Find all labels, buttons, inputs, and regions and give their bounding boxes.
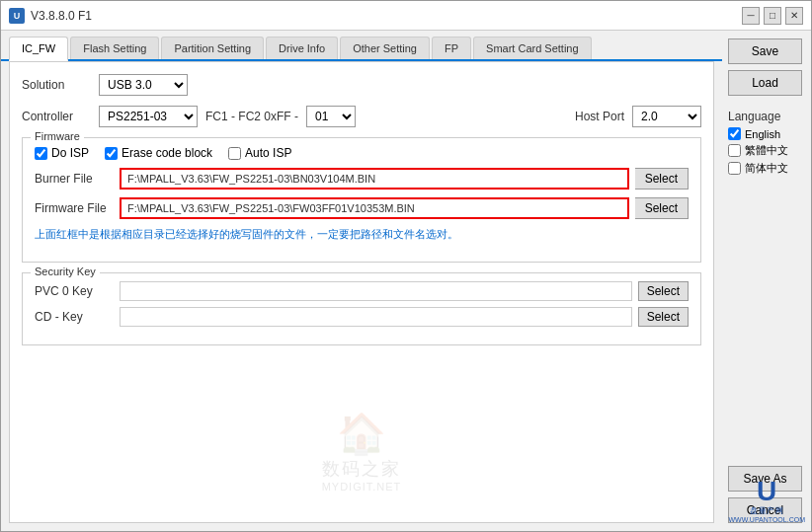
app-icon: U [9, 8, 25, 24]
left-panel: IC_FW Flash Setting Partition Setting Dr… [1, 31, 722, 531]
bottom-logo: U 盘量产网 WWW.UPANTOOL.COM [728, 478, 805, 523]
firmware-file-row: Firmware File Select [35, 197, 689, 219]
title-bar: U V3.8.8.0 F1 ─ □ ✕ [1, 1, 811, 31]
watermark-line1: 数码之家 [322, 457, 402, 481]
controller-label: Controller [22, 110, 91, 123]
maximize-button[interactable]: □ [764, 7, 781, 25]
fc-label: FC1 - FC2 0xFF - [205, 110, 298, 123]
do-isp-label: Do ISP [51, 146, 89, 160]
fc-select[interactable]: 01 [306, 106, 356, 127]
pvc-key-input[interactable] [120, 281, 632, 301]
firmware-file-label: Firmware File [35, 201, 114, 215]
language-label: Language [728, 110, 805, 123]
tab-bar: IC_FW Flash Setting Partition Setting Dr… [1, 31, 722, 61]
save-button[interactable]: Save [728, 38, 802, 64]
watermark-line2: MYDIGIT.NET [322, 481, 402, 493]
burner-file-row: Burner File Select [35, 168, 689, 190]
tab-partition-setting[interactable]: Partition Setting [161, 37, 264, 59]
pvc-key-label: PVC 0 Key [35, 284, 114, 298]
controller-select[interactable]: PS2251-03 [99, 106, 198, 127]
firmware-select-button[interactable]: Select [635, 197, 689, 219]
tab-smart-card[interactable]: Smart Card Setting [473, 37, 592, 59]
cd-key-input[interactable] [120, 307, 632, 327]
title-bar-left: U V3.8.8.0 F1 [9, 8, 92, 24]
firmware-file-input[interactable] [122, 199, 627, 217]
simplified-chinese-checkbox[interactable] [728, 162, 741, 175]
tab-ic-fw[interactable]: IC_FW [9, 37, 68, 61]
window-title: V3.8.8.0 F1 [31, 9, 92, 23]
english-option: English [728, 127, 805, 140]
english-label: English [745, 128, 780, 140]
burner-select-button[interactable]: Select [635, 168, 689, 190]
do-isp-checkbox-item: Do ISP [35, 146, 89, 160]
host-port-label: Host Port [575, 110, 624, 123]
tab-drive-info[interactable]: Drive Info [266, 37, 338, 59]
firmware-checkbox-row: Do ISP Erase code block Auto ISP [35, 146, 689, 160]
cd-key-row: CD - Key Select [35, 307, 689, 327]
burner-file-wrapper [120, 168, 629, 190]
erase-code-label: Erase code block [122, 146, 212, 160]
security-section: Security Key PVC 0 Key Select CD - Key S… [22, 272, 701, 345]
security-section-title: Security Key [31, 266, 100, 277]
solution-select[interactable]: USB 3.0 [99, 74, 188, 96]
load-button[interactable]: Load [728, 70, 802, 96]
logo-sub: 盘量产网 [728, 505, 805, 516]
watermark-icon: 🏠 [322, 411, 402, 457]
tab-flash-setting[interactable]: Flash Setting [70, 37, 159, 59]
logo-letter: U [728, 478, 805, 505]
firmware-section: Firmware Do ISP Erase code block Auto [22, 137, 701, 263]
controller-row: Controller PS2251-03 FC1 - FC2 0xFF - 01… [22, 106, 701, 127]
solution-label: Solution [22, 78, 91, 92]
title-controls: ─ □ ✕ [742, 7, 803, 25]
auto-isp-label: Auto ISP [245, 146, 291, 160]
minimize-button[interactable]: ─ [742, 7, 760, 25]
firmware-file-wrapper [120, 197, 629, 219]
language-section: Language English 繁體中文 简体中文 [728, 110, 805, 179]
erase-code-checkbox-item: Erase code block [105, 146, 212, 160]
cd-select-button[interactable]: Select [638, 307, 689, 327]
english-checkbox[interactable] [728, 127, 741, 140]
close-button[interactable]: ✕ [785, 7, 803, 25]
do-isp-checkbox[interactable] [35, 147, 47, 160]
panel-content: Solution USB 3.0 Controller PS2251-03 FC… [9, 61, 714, 523]
firmware-section-title: Firmware [31, 130, 84, 142]
pvc-key-row: PVC 0 Key Select [35, 281, 689, 301]
erase-code-checkbox[interactable] [105, 147, 118, 160]
traditional-chinese-checkbox[interactable] [728, 144, 741, 157]
cd-key-label: CD - Key [35, 310, 114, 324]
solution-row: Solution USB 3.0 [22, 74, 701, 96]
info-text: 上面红框中是根据相应目录已经选择好的烧写固件的文件，一定要把路径和文件名选对。 [35, 227, 689, 242]
watermark: 🏠 数码之家 MYDIGIT.NET [322, 411, 402, 493]
pvc-select-button[interactable]: Select [638, 281, 689, 301]
simplified-chinese-label: 简体中文 [745, 161, 788, 176]
host-port-select[interactable]: 2.0 [632, 106, 701, 127]
auto-isp-checkbox[interactable] [228, 147, 241, 160]
right-panel: Save Load Language English 繁體中文 简体中文 Sa [722, 31, 811, 531]
main-window: U V3.8.8.0 F1 ─ □ ✕ IC_FW Flash Setting … [0, 0, 812, 532]
traditional-chinese-option: 繁體中文 [728, 143, 805, 158]
burner-file-label: Burner File [35, 172, 114, 186]
tab-other-setting[interactable]: Other Setting [340, 37, 430, 59]
logo-url: WWW.UPANTOOL.COM [728, 516, 805, 523]
burner-file-input[interactable] [122, 170, 627, 188]
tab-fp[interactable]: FP [432, 37, 471, 59]
simplified-chinese-option: 简体中文 [728, 161, 805, 176]
main-content: IC_FW Flash Setting Partition Setting Dr… [1, 31, 811, 531]
traditional-chinese-label: 繁體中文 [745, 143, 788, 158]
auto-isp-checkbox-item: Auto ISP [228, 146, 291, 160]
